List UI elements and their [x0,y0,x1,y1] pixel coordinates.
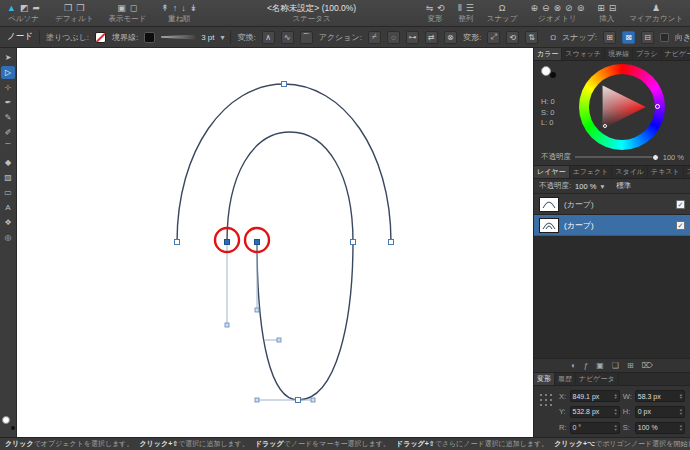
tab-effects[interactable]: エフェクト [570,166,613,178]
boolean-combine-icon[interactable]: ⊚ [577,3,585,13]
mask-layer-icon[interactable]: ▣ [596,360,604,372]
fill-stroke-selector[interactable] [541,66,565,84]
flip-icon[interactable]: ⇋ [426,3,434,13]
fill-swatch[interactable] [95,32,106,43]
text-tool[interactable]: A [1,201,15,214]
defaults-sync-icon[interactable]: ❒ [76,3,84,13]
stepper-icon[interactable]: ▴▾ [614,393,616,400]
defaults-icon[interactable]: ❒ [64,3,72,13]
rotation-input[interactable]: 0 °▴▾ [570,422,620,434]
fill-tool[interactable]: ◆ [1,156,15,169]
x-input[interactable]: 849.1 px▴▾ [570,390,620,402]
snap-option-3-button[interactable]: ⊟ [641,31,654,44]
group-layers-icon[interactable]: ❏ [612,360,619,372]
color-wells[interactable] [2,416,15,430]
shape-tool[interactable]: ▭ [1,186,15,199]
send-backward-icon[interactable]: ↓ [181,3,186,13]
layer-effects-icon[interactable]: ƒ [584,360,588,372]
designer-persona-icon[interactable]: ▲ [7,3,16,13]
anchor-point-selector[interactable] [539,393,553,407]
convert-smooth-button[interactable]: ∿ [281,31,294,44]
hue-selector-dot[interactable] [655,104,660,109]
tab-swatches[interactable]: スウォッチ [562,48,605,60]
pencil-tool[interactable]: ✎ [1,111,15,124]
transform-mode-button[interactable]: ⤢ [487,31,500,44]
stroke-well[interactable] [11,426,15,430]
stepper-icon[interactable]: ▴▾ [614,424,616,431]
align-vertical-icon[interactable]: ☰ [466,3,474,13]
pen-tool[interactable]: ✒ [1,96,15,109]
shade-selector-dot[interactable] [603,124,607,128]
transparency-tool[interactable]: ▨ [1,171,15,184]
stroke-width-slider[interactable] [161,35,195,40]
opacity-slider-knob[interactable] [652,154,659,161]
opacity-slider[interactable] [575,156,659,158]
stepper-icon[interactable]: ▴▾ [680,424,682,431]
tab-stroke[interactable]: 境界線 [605,48,633,60]
add-layer-icon[interactable]: ⊞ [627,360,634,372]
vector-view-icon[interactable]: ▣ [117,3,126,13]
fill-well[interactable] [2,416,10,424]
rotate-mode-button[interactable]: ⟲ [506,31,519,44]
tab-history[interactable]: 履歴 [555,373,576,385]
tab-navigator[interactable]: ナビゲータ [662,48,690,60]
account-icon[interactable]: ♟ [652,3,660,13]
stroke-width-caret-icon[interactable]: ▾ [220,33,224,42]
stroke-color-circle[interactable] [550,72,556,78]
snap-magnet-icon[interactable]: Ω [550,33,556,42]
y-input[interactable]: 532.8 px▴▾ [570,406,620,418]
convert-sharp-button[interactable]: ∧ [262,31,275,44]
snap-option-2-button[interactable]: ⊠ [622,31,635,44]
align-horizontal-icon[interactable]: ⫴ [458,3,462,13]
send-to-back-icon[interactable]: ↡ [190,3,198,13]
tab-styles[interactable]: スタイル [612,166,648,178]
tab-transform[interactable]: 変形 [534,373,555,385]
boolean-subtract-icon[interactable]: ⊖ [542,3,550,13]
node-tool[interactable]: ▷ [1,66,15,79]
boolean-intersect-icon[interactable]: ⊗ [554,3,562,13]
stepper-icon[interactable]: ▴▾ [680,393,682,400]
bring-to-front-icon[interactable]: ↟ [161,3,169,13]
fill-color-circle[interactable] [541,66,551,76]
action-close-curve-button[interactable]: ◌ [387,31,400,44]
layer-visibility-checkbox[interactable]: ✓ [676,221,685,230]
layer-visibility-checkbox[interactable]: ✓ [676,200,685,209]
height-input[interactable]: 0 px▴▾ [635,406,685,418]
boolean-divide-icon[interactable]: ⊘ [565,3,573,13]
corner-tool[interactable]: ⌒ [1,141,15,154]
layers-opacity-caret-icon[interactable]: ▾ [600,182,604,191]
tab-brushes[interactable]: ブラシ [633,48,662,60]
boolean-add-icon[interactable]: ⊕ [530,3,538,13]
adjustment-icon[interactable]: ◐ [571,360,576,372]
stepper-icon[interactable]: ▴▾ [614,408,616,415]
delete-layer-icon[interactable]: ⌦ [642,360,653,372]
zoom-tool[interactable]: ◎ [1,231,15,244]
insert-behind-icon[interactable]: ⊟ [609,3,617,13]
blend-mode-dropdown[interactable]: 標準 [616,181,631,191]
layers-empty-area[interactable] [534,236,690,358]
view-tool[interactable]: ❖ [1,216,15,229]
show-orientation-checkbox[interactable] [660,33,669,42]
rotate-icon[interactable]: ⟲ [437,3,445,13]
action-reverse-curves-button[interactable]: ⇄ [425,31,438,44]
stepper-icon[interactable]: ▴▾ [680,408,682,415]
pixel-persona-icon[interactable]: ◩ [20,3,29,13]
action-break-curve-button[interactable]: ⌿ [368,31,381,44]
stroke-swatch[interactable] [144,32,155,43]
snap-option-1-button[interactable]: ⊞ [603,31,616,44]
move-tool[interactable]: ➤ [1,51,15,64]
action-join-curves-button[interactable]: ⊶ [406,31,419,44]
tab-color[interactable]: カラー [534,48,562,60]
tab-layers[interactable]: レイヤー [534,166,570,178]
width-input[interactable]: 58.3 px▴▾ [635,390,685,402]
shear-input[interactable]: 100 %▴▾ [635,422,685,434]
action-smooth-curve-button[interactable]: ⊗ [444,31,457,44]
stroke-width-value[interactable]: 3 pt [201,33,214,42]
bring-forward-icon[interactable]: ↑ [173,3,178,13]
convert-smart-button[interactable]: ⌒ [300,31,313,44]
tab-navigator-bottom[interactable]: ナビゲータ [576,373,619,385]
export-persona-icon[interactable]: ➦ [32,3,40,13]
snapping-magnet-icon[interactable]: Ω [499,3,506,13]
layers-opacity-value[interactable]: 100 % [575,182,596,191]
layer-row-curve-1[interactable]: (カーブ) ✓ [534,194,690,215]
